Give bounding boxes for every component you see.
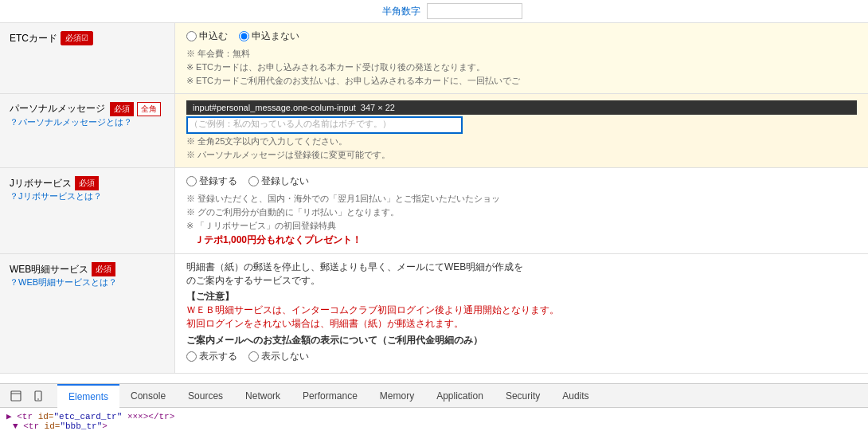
personal-sub-label[interactable]: ？パーソナルメッセージとは？ [10, 116, 165, 128]
jribo-note3: 「Ｊリボサービス」の初回登録特典 [186, 220, 857, 232]
etc-label-text: ETCカード [10, 32, 57, 45]
personal-value-cell: input#personal_message.one-colum-input 3… [175, 94, 868, 167]
jribo-radio-no[interactable]: 登録しない [248, 174, 309, 188]
personal-required-badge: 必須 [110, 102, 134, 116]
personal-label-text: パーソナルメッセージ [10, 102, 105, 116]
tab-security[interactable]: Security [495, 384, 551, 408]
tab-console[interactable]: Console [119, 384, 177, 408]
tab-memory[interactable]: Memory [369, 384, 425, 408]
devtools-inspect-icon[interactable] [6, 386, 25, 406]
jribo-radio-no-input[interactable] [248, 176, 259, 186]
web-radio-hide-input[interactable] [248, 351, 259, 362]
tab-network[interactable]: Network [234, 384, 291, 408]
jribo-radio-yes[interactable]: 登録する [186, 174, 237, 188]
jribo-note2: グのご利用分が自動的に「リボ払い」となります。 [186, 206, 857, 218]
tooltip-size: 347 × 22 [361, 103, 395, 112]
web-guide-text: ご案内メールへのお支払金額の表示について（ご利用代金明細のみ） [186, 334, 857, 347]
web-radio-show[interactable]: 表示する [186, 350, 237, 363]
web-hide-label: 表示しない [261, 350, 309, 363]
web-radio-hide[interactable]: 表示しない [248, 350, 309, 363]
etc-label-cell: ETCカード 必須☑ [0, 23, 175, 93]
tooltip-box: input#personal_message.one-colum-input 3… [186, 100, 857, 115]
jribo-required-badge: 必須 [75, 176, 99, 190]
tab-audits[interactable]: Audits [551, 384, 600, 408]
web-radio-group: 表示する 表示しない [186, 350, 857, 363]
devtools-icon-group [3, 386, 51, 406]
web-note-title: 【ご注意】 [186, 290, 857, 304]
jribo-bonus: Ｊテポ1,000円分もれなくプレゼント！ [186, 233, 857, 247]
etc-radio-noapply[interactable]: 申込まない [239, 29, 299, 43]
web-label-cell: WEB明細サービス 必須 ？WEB明細サービスとは？ [0, 254, 175, 373]
jribo-label-text: Jリボサービス [10, 177, 72, 190]
tab-elements[interactable]: Elements [57, 384, 119, 408]
personal-note2: パーソナルメッセージは登録後に変更可能です。 [186, 149, 857, 161]
etc-radio-apply-input[interactable] [186, 31, 197, 41]
hankaku-input[interactable] [427, 3, 522, 19]
top-row: 半角数字 [0, 0, 868, 23]
tab-performance[interactable]: Performance [291, 384, 369, 408]
jribo-row: Jリボサービス 必須 ？Jリボサービスとは？ 登録する 登録しない 登録いただく… [0, 168, 868, 254]
personal-note1: 全角25文字以内で入力してください。 [186, 135, 857, 147]
jribo-label-cell: Jリボサービス 必須 ？Jリボサービスとは？ [0, 168, 175, 253]
jribo-note1: 登録いただくと、国内・海外での「翌月1回払い」とご指定いただいたショッ [186, 193, 857, 205]
tab-application[interactable]: Application [425, 384, 495, 408]
tab-sources[interactable]: Sources [177, 384, 234, 408]
etc-value-cell: 申込む 申込まない 年会費：無料 ETCカードは、お申し込みされる本カード受け取… [175, 23, 868, 93]
devtools-device-icon[interactable] [29, 386, 48, 406]
etc-note3: ETCカードご利用代金のお支払いは、お申し込みされる本カードに、一回払いでご [186, 75, 857, 87]
etc-radio-noapply-input[interactable] [239, 31, 249, 41]
web-required-badge: 必須 [92, 262, 115, 276]
svg-rect-0 [11, 391, 21, 401]
etc-note1: 年会費：無料 [186, 48, 857, 60]
web-desc1: 明細書（紙）の郵送を停止し、郵送よりも早く、メールにてWEB明細が作成を [186, 261, 857, 274]
web-note-red2: 初回ログインをされない場合は、明細書（紙）が郵送されます。 [186, 317, 857, 331]
etc-badge: 必須☑ [61, 31, 93, 45]
jribo-radio-group: 登録する 登録しない [186, 174, 857, 188]
personal-row: パーソナルメッセージ 必須 全角 ？パーソナルメッセージとは？ input#pe… [0, 94, 868, 168]
etc-apply-label: 申込む [199, 29, 228, 43]
web-desc2: のご案内をするサービスです。 [186, 274, 857, 288]
web-show-label: 表示する [199, 350, 237, 363]
personal-message-input[interactable] [186, 116, 463, 134]
jribo-value-cell: 登録する 登録しない 登録いただくと、国内・海外での「翌月1回払い」とご指定いた… [175, 168, 868, 253]
web-row: WEB明細サービス 必須 ？WEB明細サービスとは？ 明細書（紙）の郵送を停止し… [0, 254, 868, 374]
etc-row: ETCカード 必須☑ 申込む 申込まない 年会費：無料 ETCカードは、お申し込… [0, 23, 868, 94]
web-radio-show-input[interactable] [186, 351, 197, 362]
hankaku-label: 半角数字 [382, 5, 420, 18]
form-area: ETCカード 必須☑ 申込む 申込まない 年会費：無料 ETCカードは、お申し込… [0, 23, 868, 383]
jribo-no-label: 登録しない [261, 174, 309, 188]
web-sub-label[interactable]: ？WEB明細サービスとは？ [10, 276, 165, 288]
tooltip-text: input#personal_message.one-colum-input [193, 103, 356, 112]
devtools-code-line-2: ▼ <tr id="bbb_tr"> [6, 421, 862, 431]
jribo-radio-yes-input[interactable] [186, 176, 197, 186]
personal-input-wrapper: （ご例例：私の知っている人の名前はボチです。） [186, 116, 857, 134]
web-label-text: WEB明細サービス [10, 263, 88, 276]
personal-label-cell: パーソナルメッセージ 必須 全角 ？パーソナルメッセージとは？ [0, 94, 175, 167]
web-note-red1: ＷＥＢ明細サービスは、インターコムクラブ初回ログイン後より通用開始となります。 [186, 304, 857, 317]
etc-note2: ETCカードは、お申し込みされる本カード受け取り後の発送となります。 [186, 61, 857, 73]
devtools-panel: Elements Console Sources Network Perform… [0, 383, 868, 435]
jribo-yes-label: 登録する [199, 174, 237, 188]
devtools-code-line-1: ▶ <tr id="etc_card_tr" ×××></tr> [6, 411, 862, 421]
etc-radio-apply[interactable]: 申込む [186, 29, 228, 43]
personal-zenkaku-badge: 全角 [137, 102, 161, 116]
jribo-sub-label[interactable]: ？Jリボサービスとは？ [10, 190, 165, 202]
devtools-tabs: Elements Console Sources Network Perform… [0, 384, 868, 408]
web-value-cell: 明細書（紙）の郵送を停止し、郵送よりも早く、メールにてWEB明細が作成を のご案… [175, 254, 868, 373]
devtools-content: ▶ <tr id="etc_card_tr" ×××></tr> ▼ <tr i… [0, 408, 868, 435]
etc-noapply-label: 申込まない [252, 29, 299, 43]
etc-radio-group: 申込む 申込まない [186, 29, 857, 43]
